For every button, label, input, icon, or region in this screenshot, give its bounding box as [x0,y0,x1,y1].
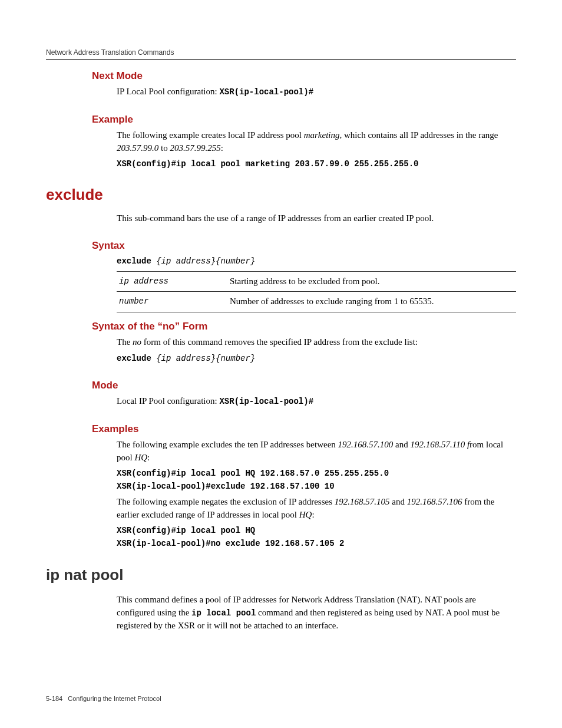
text-em: 192.168.57.100 [338,440,394,449]
exclude-intro: This sub-command bars the use of a range… [46,212,516,225]
text: : [221,143,223,153]
header-rule [46,59,516,60]
examples-code: XSR(ip-local-pool)#no exclude 192.168.57… [117,538,516,549]
heading-next-mode: Next Mode [46,70,516,82]
examples-code: XSR(config)#ip local pool HQ 192.168.57.… [117,467,516,479]
examples-code: XSR(config)#ip local pool HQ [117,525,516,536]
param-desc: Number of addresses to exclude ranging f… [227,292,516,312]
text: : [312,510,314,519]
syntax-body: exclude {ip address}{number} ip address … [46,255,516,312]
text: to [158,143,170,153]
text: The following example creates local IP a… [117,130,304,140]
heading-ip-nat-pool: ip nat pool [46,566,516,584]
example-body: The following example creates local IP a… [46,129,516,170]
examples-body: The following example excludes the ten I… [46,439,516,549]
exclude-intro-text: This sub-command bars the use of a range… [117,212,516,225]
text: The [117,337,133,347]
table-row: ip address Starting address to be exclud… [117,271,516,292]
chapter-title: Configuring the Internet Protocol [68,695,161,702]
text-em: 192.168.57.105 [335,497,390,506]
heading-no-form: Syntax of the “no” Form [46,321,516,332]
ipnatpool-body: This command defines a pool of IP addres… [46,594,516,632]
text-em: HQ [134,453,147,462]
next-mode-prompt: XSR(ip-local-pool)# [219,87,313,97]
heading-exclude: exclude [46,186,516,204]
text-em: marketing [304,130,340,140]
page: Network Address Translation Commands Nex… [0,0,562,728]
text-em: 203.57.99.255 [170,143,220,153]
param-desc: Starting address to be excluded from poo… [227,271,516,292]
syntax-args: {ip address}{number} [156,256,255,266]
text-em: 192.168.57.110 f [411,440,470,449]
syntax-table: ip address Starting address to be exclud… [117,271,516,313]
text-em: HQ [299,510,312,519]
text-em: 203.57.99.0 [117,143,158,153]
page-footer: 5-184 Configuring the Internet Protocol [46,695,161,702]
noform-cmd: exclude [117,354,156,363]
text: and [393,440,410,449]
noform-args: {ip address}{number} [156,354,255,363]
examples-code: XSR(ip-local-pool)#exclude 192.168.57.10… [117,480,516,492]
text: : [147,453,150,462]
mode-text: Local IP Pool configuration: [117,396,219,406]
syntax-cmd: exclude [117,256,156,266]
example-code: XSR(config)#ip local pool marketing 203.… [117,158,516,170]
mode-prompt: XSR(ip-local-pool)# [219,397,313,406]
table-row: number Number of addresses to exclude ra… [117,292,516,312]
text: , which contains all IP addresses in the… [340,130,498,140]
heading-syntax: Syntax [46,240,516,252]
text: form of this command removes the specifi… [141,337,418,347]
no-form-body: The no form of this command removes the … [46,336,516,364]
text: and [390,497,407,506]
text: The following example excludes the ten I… [117,440,338,449]
text-em: 192.168.57.106 [407,497,462,506]
running-header: Network Address Translation Commands [46,48,516,57]
text: The following example negates the exclus… [117,497,335,506]
heading-example: Example [46,114,516,126]
heading-mode: Mode [46,380,516,391]
page-number: 5-184 [46,695,62,702]
text-em: no [133,337,141,347]
param-name: number [117,292,227,312]
inline-code: ip local pool [191,608,256,618]
next-mode-text: IP Local Pool configuration: [117,87,219,96]
heading-examples: Examples [46,423,516,435]
next-mode-body: IP Local Pool configuration: XSR(ip-loca… [46,85,516,98]
param-name: ip address [117,271,227,292]
mode-body: Local IP Pool configuration: XSR(ip-loca… [46,395,516,408]
